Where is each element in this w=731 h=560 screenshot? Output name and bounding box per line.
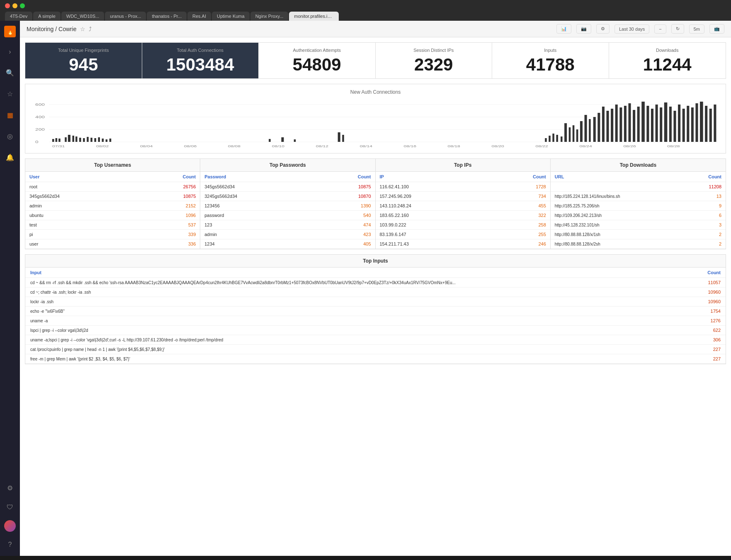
svg-text:0: 0 [35,140,39,144]
ip-count-cell: 734 [489,192,550,201]
top-inputs-header: Top Inputs [25,255,726,268]
svg-rect-58 [669,107,672,142]
username-cell: ubuntu [25,211,137,220]
table-row: 345gs5662d3410875 [25,192,200,201]
svg-text:08/12: 08/12 [316,144,329,148]
tab-1[interactable]: 4T5-Dev [5,12,32,21]
settings-button[interactable]: ⚙ [596,24,610,34]
svg-rect-23 [109,139,112,142]
username-count-cell: 537 [137,220,200,230]
username-count-cell: 26756 [137,182,200,192]
stat-auth-connections-value: 1503484 [147,56,254,73]
sidebar-bell-icon[interactable]: 🔔 [3,151,17,164]
chart-title: New Auth Connections [30,89,721,95]
tab-8[interactable]: Nginx Proxy... [250,12,289,21]
ip-cell: 154.211.71.43 [376,239,489,249]
ip-count-cell: 258 [489,220,550,230]
sidebar-shield-icon[interactable]: 🛡 [4,501,16,514]
table-row: uname -a1276 [25,316,726,326]
username-cell: root [25,182,137,192]
table-row: test537 [25,220,200,230]
svg-rect-68 [714,105,716,142]
tab-4[interactable]: uranus - Prox... [105,12,146,21]
th-input-count: Count [685,268,726,278]
username-count-cell: 336 [137,239,200,249]
tab-6[interactable]: Res.AI [187,12,211,21]
svg-rect-42 [597,113,600,142]
svg-rect-24 [269,139,271,142]
password-count-cell: 10870 [315,192,375,201]
tab-3[interactable]: WDC_WD10S... [61,12,104,21]
table-row: lspci | grep -i --color vga\|3d\|2d622 [25,326,726,335]
sidebar-grid-icon[interactable]: ▦ [5,109,16,122]
input-count-cell: 10960 [685,287,726,297]
tab-5[interactable]: thanatos - Pr... [147,12,187,21]
tab-active[interactable]: monitor.prafiles.in/d/grO5... [289,12,339,21]
password-count-cell: 405 [315,239,375,249]
svg-rect-57 [664,102,668,142]
svg-rect-11 [65,137,67,142]
camera-button[interactable]: 📷 [576,24,591,34]
svg-text:08/22: 08/22 [535,144,548,148]
breadcrumb: Monitoring / Cowrie [27,26,77,32]
stat-fingerprints: Total Unique Fingerprints 945 [25,43,142,78]
table-row: free -m | grep Mem | awk '{print $2 ,$3,… [25,354,726,364]
zoom-out-button[interactable]: − [654,24,666,34]
share-icon[interactable]: ⤴ [89,26,92,32]
tab-7[interactable]: Uptime Kuma [212,12,250,21]
url-cell: http://80.88.88.128/x/1sh [551,230,686,239]
top-usernames-header: Top Usernames [25,159,200,172]
user-avatar[interactable] [4,520,16,532]
refresh-interval-button[interactable]: 5m [689,24,704,34]
url-cell: http://109.206.242.213/sh [551,211,686,220]
sidebar-settings-icon[interactable]: ⚙ [5,482,15,494]
svg-rect-30 [549,136,551,142]
table-row: ubuntu1096 [25,211,200,220]
svg-rect-22 [106,139,108,142]
svg-text:200: 200 [35,127,45,131]
table-row: 103.99.0.222258 [376,220,550,230]
sidebar-help-icon[interactable]: ? [6,538,15,551]
time-range-button[interactable]: Last 30 days [614,24,649,34]
svg-rect-28 [342,135,344,142]
table-row: http://109.206.242.213/sh6 [551,211,726,220]
password-count-cell: 540 [315,211,375,220]
minimize-button[interactable] [12,3,17,8]
refresh-button[interactable]: ↻ [671,24,684,34]
th-user: User [25,172,137,182]
svg-rect-55 [656,105,658,142]
svg-rect-18 [90,138,92,142]
ip-count-cell: 246 [489,239,550,249]
favorite-icon[interactable]: ☆ [80,26,85,32]
username-cell: test [25,220,137,230]
stat-fingerprints-value: 945 [30,56,137,73]
table-row: http://80.88.88.128/x/2sh2 [551,239,726,249]
svg-rect-19 [94,138,96,142]
stat-auth-attempts: Authentication Attempts 54809 [259,43,376,78]
chart-type-button[interactable]: 📊 [556,24,571,34]
stat-auth-attempts-label: Authentication Attempts [264,48,370,53]
table-row: pi339 [25,230,200,239]
input-count-cell: 227 [685,345,726,354]
svg-rect-65 [700,102,703,142]
sidebar-chevron-icon[interactable]: › [6,46,13,58]
sidebar-search-icon[interactable]: 🔍 [3,66,17,79]
stat-auth-connections: Total Auth Connections 1503484 [142,43,259,78]
url-cell: http://185.225.75.206/sh [551,201,686,211]
input-cell: uname -a;lspci | grep -i --color 'vga\|3… [25,335,685,345]
input-cell: free -m | grep Mem | awk '{print $2 ,$3,… [25,354,685,364]
sidebar-compass-icon[interactable]: ◎ [5,130,15,143]
close-button[interactable] [5,3,10,8]
table-row: 3245gs5662d3410870 [200,192,375,201]
svg-rect-45 [611,109,613,142]
tab-2[interactable]: A simple [33,12,61,21]
sidebar-star-icon[interactable]: ☆ [5,88,15,100]
maximize-button[interactable] [20,3,25,8]
tv-button[interactable]: 📺 [709,24,724,34]
input-cell: cat /proc/cpuinfo | grep name | head -n … [25,345,685,354]
svg-rect-48 [624,106,627,142]
svg-text:08/04: 08/04 [140,144,153,148]
svg-rect-62 [687,106,689,142]
svg-rect-20 [98,137,100,142]
username-cell: 345gs5662d34 [25,192,137,201]
